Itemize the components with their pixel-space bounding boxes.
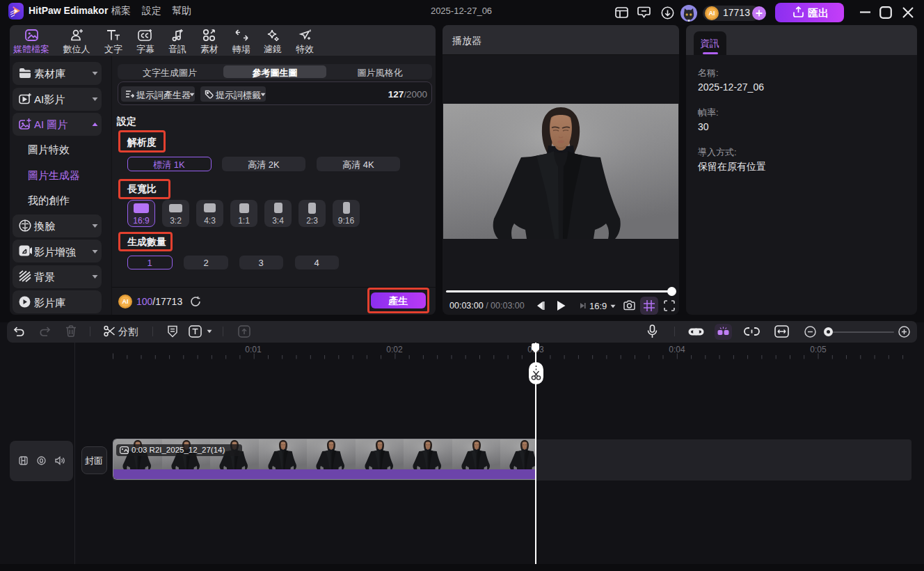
svg-text:AI: AI: [709, 10, 715, 17]
svg-text:AI: AI: [122, 298, 129, 305]
